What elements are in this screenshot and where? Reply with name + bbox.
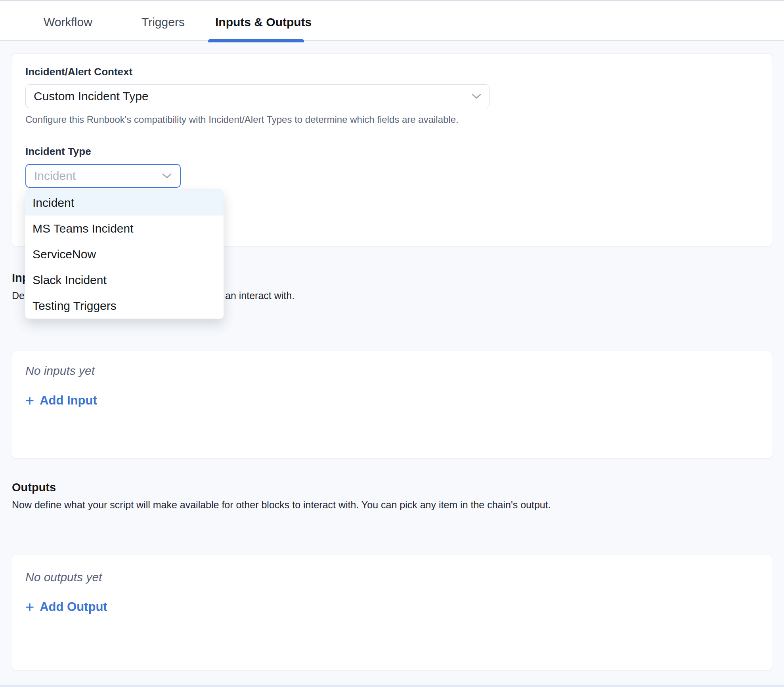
menu-option-incident[interactable]: Incident — [25, 190, 224, 216]
incident-alert-context-value: Custom Incident Type — [34, 90, 149, 103]
inputs-outputs-page: Workflow Triggers Inputs & Outputs Incid… — [0, 0, 784, 687]
outputs-section-description: Now define what your script will make av… — [12, 498, 551, 511]
incident-type-label: Incident Type — [25, 145, 759, 158]
incident-alert-context-label: Incident/Alert Context — [25, 66, 759, 78]
menu-option-servicenow[interactable]: ServiceNow — [25, 241, 224, 267]
no-inputs-text: No inputs yet — [25, 364, 759, 378]
tab-bar: Workflow Triggers Inputs & Outputs — [0, 0, 784, 41]
chevron-down-icon — [471, 93, 482, 100]
plus-icon: + — [25, 601, 34, 613]
incident-type-select[interactable]: Incident — [25, 164, 181, 188]
add-input-label: Add Input — [40, 393, 97, 408]
tab-triggers[interactable]: Triggers — [142, 15, 185, 29]
bottom-edge-strip — [0, 685, 784, 687]
incident-alert-context-select[interactable]: Custom Incident Type — [25, 84, 490, 108]
outputs-card: No outputs yet + Add Output — [12, 555, 772, 670]
menu-option-slack-incident[interactable]: Slack Incident — [25, 267, 224, 293]
add-input-button[interactable]: + Add Input — [25, 393, 97, 408]
outputs-section-heading: Outputs — [12, 481, 56, 494]
chevron-down-icon — [162, 173, 172, 179]
incident-alert-context-help: Configure this Runbook's compatibility w… — [25, 114, 759, 126]
inputs-section-description-start: De — [12, 289, 25, 302]
no-outputs-text: No outputs yet — [25, 570, 759, 584]
add-output-button[interactable]: + Add Output — [25, 600, 107, 614]
incident-type-placeholder: Incident — [34, 169, 76, 183]
inputs-section-description-end: an interact with. — [225, 289, 294, 302]
add-output-label: Add Output — [40, 600, 107, 614]
menu-option-ms-teams-incident[interactable]: MS Teams Incident — [25, 216, 224, 241]
inputs-card: No inputs yet + Add Input — [12, 351, 772, 459]
incident-type-dropdown-menu: Incident MS Teams Incident ServiceNow Sl… — [25, 189, 224, 319]
tab-workflow[interactable]: Workflow — [44, 15, 92, 29]
menu-option-testing-triggers[interactable]: Testing Triggers — [25, 293, 224, 319]
active-tab-underline — [208, 39, 304, 42]
tab-inputs-outputs[interactable]: Inputs & Outputs — [215, 15, 312, 29]
plus-icon: + — [25, 394, 34, 407]
